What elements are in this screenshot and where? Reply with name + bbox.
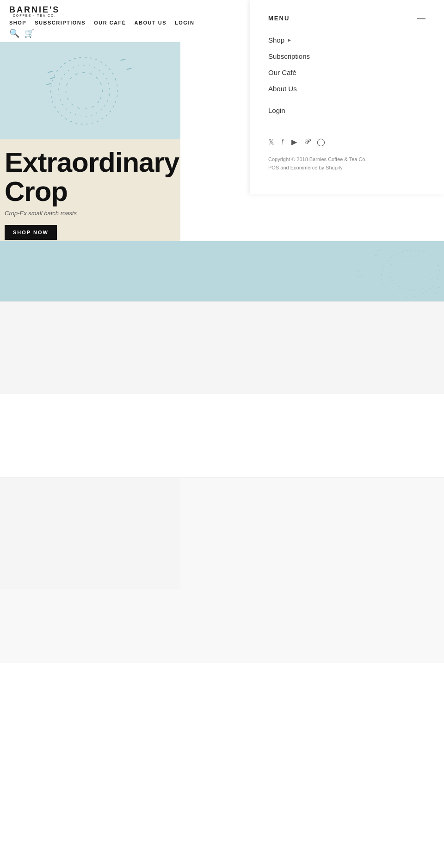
overlay-nav-about-us-label: About Us bbox=[268, 85, 297, 93]
overlay-nav-shop-label: Shop bbox=[268, 36, 284, 44]
logo-brand-name: BARNIE'S bbox=[9, 6, 60, 14]
overlay-login-label: Login bbox=[268, 106, 285, 114]
nav-shop[interactable]: SHOP bbox=[9, 20, 26, 25]
hero-heading-line2: Crop bbox=[5, 176, 68, 207]
svg-line-4 bbox=[50, 77, 55, 79]
svg-line-13 bbox=[433, 293, 438, 293]
overlay-nav-our-cafe-label: Our Café bbox=[268, 69, 296, 76]
svg-point-0 bbox=[41, 48, 127, 133]
section-1 bbox=[0, 301, 444, 394]
section-2 bbox=[0, 394, 444, 477]
hero-image-area bbox=[0, 42, 180, 139]
nav-login[interactable]: LOGIN bbox=[175, 20, 194, 25]
overlay-menu-title: MENU bbox=[268, 15, 290, 22]
section-5 bbox=[0, 793, 444, 868]
copyright-text: Copyright © 2018 Barnies Coffee & Tea Co… bbox=[268, 156, 367, 162]
site-logo[interactable]: BARNIE'S COFFEE · TEA CO. bbox=[9, 6, 60, 17]
logo-tagline: COFFEE · TEA CO. bbox=[13, 14, 56, 17]
svg-point-9 bbox=[386, 252, 435, 295]
overlay-nav-list: Shop ► Subscriptions Our Café About Us bbox=[268, 36, 426, 93]
doodle-circle-top bbox=[0, 42, 180, 139]
svg-line-14 bbox=[356, 271, 360, 272]
svg-line-12 bbox=[436, 287, 440, 288]
ecommerce-text: POS and Ecommerce by Shopify bbox=[268, 165, 343, 170]
hero-text-area: Extraordinary Crop Crop-Ex small batch r… bbox=[0, 139, 180, 241]
overlay-nav-subscriptions[interactable]: Subscriptions bbox=[268, 52, 426, 60]
facebook-icon[interactable]: 𝔣 bbox=[282, 137, 284, 146]
svg-line-15 bbox=[358, 276, 362, 277]
hero-heading: Extraordinary Crop bbox=[5, 148, 176, 206]
hero-subtext: Crop-Ex small batch roasts bbox=[5, 210, 176, 217]
cart-icon[interactable]: 🛒 bbox=[24, 28, 34, 38]
section-4 bbox=[0, 663, 444, 793]
svg-point-1 bbox=[55, 61, 114, 120]
chevron-right-icon: ► bbox=[287, 37, 292, 43]
svg-line-6 bbox=[121, 59, 126, 61]
overlay-nav-about-us[interactable]: About Us bbox=[268, 85, 426, 93]
banner-stripe bbox=[0, 241, 444, 301]
svg-point-2 bbox=[59, 65, 110, 116]
section-3 bbox=[0, 478, 444, 663]
nav-subscriptions[interactable]: SUBSCRIPTIONS bbox=[35, 20, 86, 25]
overlay-social-links: 𝕏 𝔣 ▶ 𝒫 ◯ bbox=[268, 137, 426, 146]
doodle-circle-banner bbox=[352, 246, 444, 301]
svg-line-7 bbox=[127, 68, 132, 69]
svg-line-10 bbox=[377, 250, 381, 250]
overlay-nav-our-cafe[interactable]: Our Café bbox=[268, 69, 426, 76]
overlay-close-icon[interactable]: — bbox=[417, 14, 426, 22]
overlay-copyright: Copyright © 2018 Barnies Coffee & Tea Co… bbox=[268, 156, 426, 172]
overlay-nav-subscriptions-label: Subscriptions bbox=[268, 52, 310, 60]
pinterest-icon[interactable]: 𝒫 bbox=[304, 137, 309, 146]
overlay-login[interactable]: Login bbox=[268, 106, 426, 114]
svg-line-3 bbox=[48, 71, 53, 73]
overlay-menu: MENU — Shop ► Subscriptions Our Café Abo… bbox=[250, 0, 444, 194]
search-icon[interactable]: 🔍 bbox=[9, 28, 19, 38]
overlay-nav-shop[interactable]: Shop ► bbox=[268, 36, 426, 44]
nav-about-us[interactable]: ABOUT US bbox=[135, 20, 166, 25]
youtube-icon[interactable]: ▶ bbox=[291, 137, 297, 146]
svg-line-11 bbox=[375, 255, 379, 256]
svg-line-5 bbox=[47, 83, 52, 85]
instagram-icon[interactable]: ◯ bbox=[317, 137, 325, 146]
svg-point-8 bbox=[376, 246, 444, 301]
nav-our-cafe[interactable]: OUR CAFÉ bbox=[94, 20, 126, 25]
hero-heading-line1: Extraordinary bbox=[5, 147, 179, 178]
shop-now-button[interactable]: SHOP NOW bbox=[5, 225, 57, 240]
twitter-icon[interactable]: 𝕏 bbox=[268, 137, 274, 146]
